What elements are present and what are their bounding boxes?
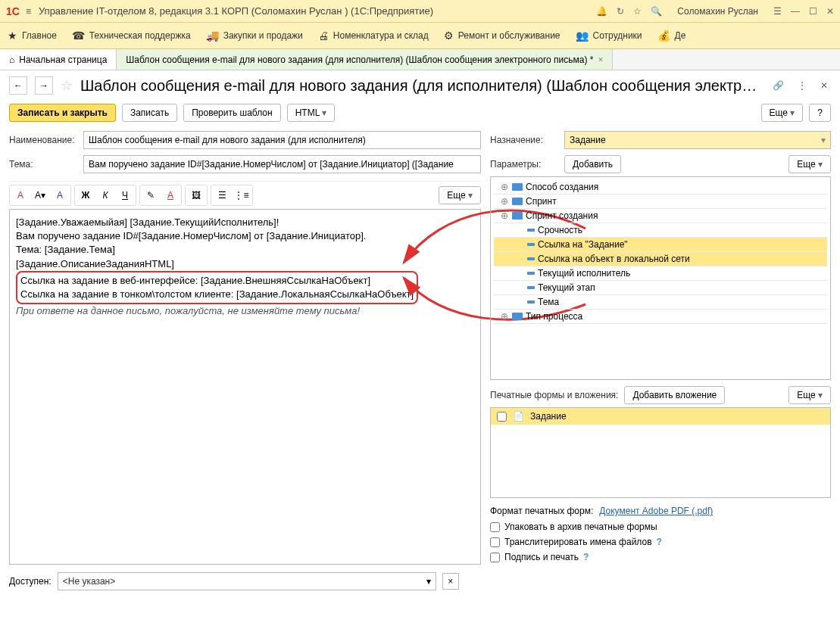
html-button[interactable]: HTML: [287, 104, 336, 122]
nav-back[interactable]: ←: [9, 76, 27, 95]
field-icon: [527, 272, 535, 275]
expand-icon[interactable]: ⊕: [500, 196, 509, 207]
attachment-list[interactable]: 📄 Задание: [490, 407, 831, 498]
chevron-down-icon[interactable]: ▾: [821, 135, 826, 145]
tree-label: Тип процесса: [526, 311, 582, 322]
attach-more-button[interactable]: Еще: [788, 386, 831, 404]
params-tree[interactable]: ⊕Способ создания⊕Спринт⊕Спринт созданияС…: [490, 176, 831, 380]
favorite-icon[interactable]: ☆: [61, 77, 73, 94]
editor-more-button[interactable]: Еще: [439, 186, 481, 204]
search-icon[interactable]: 🔍: [651, 6, 662, 17]
close-page-icon[interactable]: ✕: [817, 79, 831, 92]
people-icon: 👥: [576, 30, 589, 42]
user-name[interactable]: Соломахин Руслан: [677, 6, 758, 17]
expand-icon[interactable]: ⊕: [500, 210, 509, 221]
field-icon: [527, 286, 535, 289]
nav-money[interactable]: 💰Де: [657, 30, 686, 42]
tree-label: Способ создания: [526, 182, 598, 192]
available-combo[interactable]: <Не указан> ▾: [58, 572, 436, 590]
italic-button[interactable]: К: [96, 187, 114, 204]
signature-checkbox[interactable]: [490, 553, 500, 562]
tree-item[interactable]: ⊕Тип процесса: [494, 310, 827, 324]
tree-item[interactable]: Ссылка на "Задание": [494, 238, 827, 252]
gear-icon: ⚙: [444, 30, 454, 42]
highlight-button[interactable]: ✎: [142, 187, 160, 204]
add-attachment-button[interactable]: Добавить вложение: [624, 386, 725, 404]
font-larger-button[interactable]: A: [51, 187, 69, 204]
list-number-button[interactable]: ⋮≡: [233, 187, 251, 204]
nav-forward[interactable]: →: [35, 76, 53, 95]
attach-label: Печатные формы и вложения:: [490, 390, 618, 400]
name-input[interactable]: [83, 131, 481, 149]
font-smaller-button[interactable]: A: [11, 187, 30, 204]
save-close-button[interactable]: Записать и закрыть: [9, 104, 116, 122]
more-icon[interactable]: ⋮: [795, 79, 810, 92]
expand-icon[interactable]: ⊕: [500, 311, 509, 322]
tree-item[interactable]: Текущий этап: [494, 281, 827, 295]
archive-checkbox[interactable]: [490, 522, 500, 532]
tree-label: Спринт создания: [526, 210, 598, 221]
maximize-icon[interactable]: ☐: [809, 6, 817, 17]
bold-button[interactable]: Ж: [77, 187, 95, 204]
menu-icon[interactable]: ≡: [26, 6, 31, 17]
name-label: Наименование:: [9, 135, 77, 145]
tree-item[interactable]: ⊕Спринт: [494, 195, 827, 209]
tree-label: Текущий этап: [538, 282, 595, 293]
tree-item[interactable]: Тема: [494, 295, 827, 310]
link-icon[interactable]: 🔗: [770, 79, 787, 92]
home-icon: ⌂: [9, 54, 14, 65]
tree-item[interactable]: Срочность: [494, 223, 827, 238]
color-button[interactable]: A: [161, 187, 180, 204]
save-button[interactable]: Записать: [122, 104, 177, 122]
attach-checkbox[interactable]: [497, 412, 507, 422]
assign-combo[interactable]: Задание ▾: [564, 131, 831, 149]
attach-item-label: Задание: [530, 411, 567, 422]
params-more-button[interactable]: Еще: [788, 155, 831, 173]
nav-staff[interactable]: 👥Сотрудники: [576, 30, 642, 42]
field-icon: [527, 300, 535, 304]
translit-checkbox[interactable]: [490, 537, 500, 547]
truck-icon: 🚚: [206, 30, 219, 42]
more-button[interactable]: Еще: [761, 104, 804, 122]
tab-home[interactable]: ⌂Начальная страница: [0, 49, 117, 70]
underline-button[interactable]: Ч: [116, 187, 134, 204]
chevron-down-icon[interactable]: ▾: [426, 576, 431, 587]
nav-purchases[interactable]: 🚚Закупки и продажи: [206, 30, 303, 42]
minimize-icon[interactable]: —: [791, 6, 800, 17]
clear-button[interactable]: ×: [442, 573, 459, 590]
nav-repair[interactable]: ⚙Ремонт и обслуживание: [444, 30, 561, 42]
tree-item[interactable]: ⊕Спринт создания: [494, 209, 827, 223]
settings-icon[interactable]: ☰: [773, 6, 782, 17]
image-button[interactable]: 🖼: [187, 187, 205, 204]
star-icon[interactable]: ☆: [633, 6, 642, 17]
tree-label: Срочность: [538, 225, 582, 235]
tree-item[interactable]: Текущий исполнитель: [494, 266, 827, 281]
nav-support[interactable]: ☎Техническая поддержка: [72, 30, 191, 42]
tree-item[interactable]: ⊕Способ создания: [494, 180, 827, 195]
nav-stock[interactable]: 🖨Номенклатура и склад: [318, 30, 429, 42]
tree-item[interactable]: Ссылка на объект в локальной сети: [494, 252, 827, 266]
expand-icon[interactable]: ⊕: [500, 182, 509, 192]
help-button[interactable]: ?: [809, 104, 831, 122]
field-icon: [512, 198, 523, 205]
tab-template[interactable]: Шаблон сообщения e-mail для нового задан…: [117, 49, 613, 70]
check-template-button[interactable]: Проверить шаблон: [183, 104, 280, 122]
editor-line: [Задание.Уважаемыйая] [Задание.ТекущийИс…: [16, 216, 474, 229]
help-icon[interactable]: ?: [657, 537, 662, 547]
close-icon[interactable]: ✕: [826, 6, 834, 17]
nav-main[interactable]: ★Главное: [8, 30, 57, 42]
editor-body[interactable]: [Задание.Уважаемыйая] [Задание.ТекущийИс…: [9, 209, 481, 565]
history-icon[interactable]: ↻: [617, 6, 624, 17]
format-link[interactable]: Документ Adobe PDF (.pdf): [599, 506, 713, 516]
page-title: Шаблон сообщения e-mail для нового задан…: [80, 77, 762, 95]
field-icon: [527, 229, 535, 232]
font-select-button[interactable]: A▾: [31, 187, 49, 204]
list-bullet-button[interactable]: ☰: [213, 187, 231, 204]
subject-input[interactable]: [83, 155, 481, 173]
tab-close-icon[interactable]: ×: [598, 54, 603, 65]
help-icon[interactable]: ?: [583, 552, 589, 562]
tree-label: Текущий исполнитель: [538, 268, 630, 279]
document-icon: 📄: [513, 411, 524, 422]
bell-icon[interactable]: 🔔: [596, 6, 607, 17]
add-param-button[interactable]: Добавить: [564, 155, 621, 173]
